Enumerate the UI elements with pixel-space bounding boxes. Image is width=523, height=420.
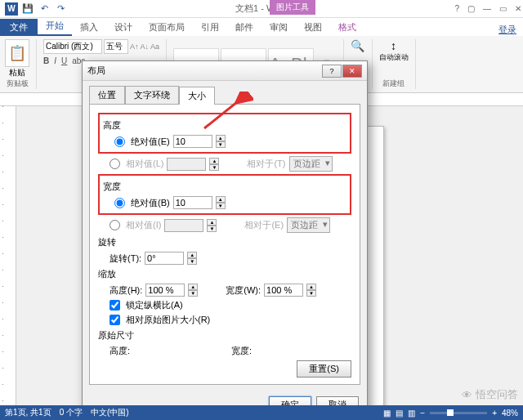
height-rel-input	[167, 158, 206, 171]
redo-icon[interactable]: ↷	[54, 2, 67, 16]
tab-insert[interactable]: 插入	[72, 19, 106, 36]
status-words[interactable]: 0 个字	[60, 407, 83, 418]
minimize-icon[interactable]: —	[483, 4, 491, 13]
maximize-icon[interactable]: ▭	[499, 4, 507, 13]
reset-button[interactable]: 重置(S)	[297, 360, 351, 378]
height-abs-spinner[interactable]: ▲▼	[216, 135, 226, 148]
height-rel-label: 相对值(L)	[126, 158, 163, 170]
status-page[interactable]: 第1页, 共1页	[5, 407, 51, 418]
width-rel-label: 相对值(I)	[126, 219, 161, 231]
contextual-tab-label: 图片工具	[270, 0, 315, 15]
title-bar: W 💾 ↶ ↷ 文档1 - Word 图片工具 ? ▢ — ▭ ✕	[0, 0, 523, 18]
scale-h-spinner[interactable]: ▲▼	[188, 284, 198, 297]
window-controls: ? ▢ — ▭ ✕	[454, 4, 521, 13]
help-icon[interactable]: ?	[454, 4, 459, 13]
newgroup-label: 新建组	[382, 78, 405, 89]
rotate-label: 旋转	[98, 236, 351, 248]
height-group-highlight: 高度 绝对值(E) ▲▼	[98, 113, 351, 154]
scale-h-input[interactable]	[145, 284, 185, 297]
scale-w-label: 宽度(W):	[226, 284, 261, 297]
italic-icon[interactable]: I	[54, 56, 56, 65]
origsize-label: 原始尺寸	[98, 329, 351, 342]
tab-mailings[interactable]: 邮件	[227, 19, 262, 36]
view-web-icon[interactable]: ▥	[408, 409, 415, 418]
close-icon[interactable]: ✕	[515, 4, 521, 13]
dialog-help-icon[interactable]: ?	[322, 65, 342, 78]
undo-icon[interactable]: ↶	[38, 2, 51, 16]
change-case-icon[interactable]: Aa	[150, 42, 159, 51]
width-abs-input[interactable]	[173, 196, 212, 209]
zoom-in-icon[interactable]: +	[492, 409, 497, 418]
height-relto-label: 相对于(T)	[247, 158, 285, 170]
autoscroll-icon[interactable]: ↕	[391, 39, 396, 52]
scale-label: 缩放	[98, 268, 351, 280]
width-rel-radio[interactable]	[110, 220, 120, 230]
tab-format[interactable]: 格式	[330, 19, 364, 36]
clipboard-label: 剪贴板	[7, 78, 29, 89]
view-read-icon[interactable]: ▤	[396, 409, 403, 418]
shrink-font-icon[interactable]: A↓	[141, 42, 150, 51]
watermark: 👁 悟空问答	[462, 387, 518, 402]
relative-orig-checkbox[interactable]	[110, 315, 120, 325]
scale-w-spinner[interactable]: ▲▼	[306, 284, 316, 297]
ribbon-tabs: 文件 开始 插入 设计 页面布局 引用 邮件 审阅 视图 格式 登录	[0, 18, 523, 36]
vertical-ruler[interactable]	[0, 106, 16, 405]
quick-access-toolbar: W 💾 ↶ ↷	[0, 2, 67, 16]
height-abs-label: 绝对值(E)	[131, 136, 170, 148]
width-abs-radio[interactable]	[114, 198, 125, 208]
tab-file[interactable]: 文件	[0, 19, 38, 36]
ribbon-options-icon[interactable]: ▢	[467, 4, 475, 13]
dlg-tab-size[interactable]: 大小	[179, 87, 215, 105]
tab-view[interactable]: 视图	[296, 19, 330, 36]
zoom-level[interactable]: 48%	[502, 409, 518, 418]
dlg-tab-textwrap[interactable]: 文字环绕	[125, 86, 179, 104]
tab-design[interactable]: 设计	[106, 19, 141, 36]
width-rel-spinner: ▲▼	[207, 219, 217, 232]
dialog-title-text: 布局	[87, 65, 105, 77]
underline-icon[interactable]: U	[61, 56, 67, 65]
zoom-slider[interactable]	[430, 412, 487, 414]
width-relto-select: 页边距	[287, 217, 330, 233]
scale-w-input[interactable]	[264, 284, 303, 297]
width-rel-input	[164, 219, 203, 232]
layout-dialog: 布局 ? ✕ 位置 文字环绕 大小 高度 绝对值(E) ▲▼ 相对值(L) ▲▼…	[82, 60, 368, 419]
paste-label: 粘贴	[9, 67, 25, 78]
tab-layout[interactable]: 页面布局	[141, 19, 193, 36]
width-abs-label: 绝对值(B)	[131, 197, 170, 209]
height-abs-radio[interactable]	[114, 136, 125, 147]
status-lang[interactable]: 中文(中国)	[91, 407, 129, 418]
dialog-tabs: 位置 文字环绕 大小	[83, 81, 367, 104]
width-group-highlight: 宽度 绝对值(B) ▲▼	[98, 174, 351, 215]
height-abs-input[interactable]	[173, 135, 212, 148]
dialog-close-icon[interactable]: ✕	[342, 65, 362, 78]
find-icon[interactable]: 🔍	[351, 39, 364, 52]
relative-orig-label: 相对原始图片大小(R)	[126, 314, 210, 326]
width-label: 宽度	[103, 181, 346, 193]
login-link[interactable]: 登录	[498, 24, 516, 36]
tab-references[interactable]: 引用	[193, 19, 227, 36]
zoom-out-icon[interactable]: −	[420, 409, 425, 418]
tab-review[interactable]: 审阅	[262, 19, 296, 36]
view-print-icon[interactable]: ▦	[383, 409, 391, 418]
width-abs-spinner[interactable]: ▲▼	[216, 196, 226, 209]
height-rel-radio[interactable]	[110, 159, 120, 169]
grow-font-icon[interactable]: A↑	[130, 42, 139, 51]
rotate-spinner[interactable]: ▲▼	[187, 252, 197, 265]
height-label: 高度	[103, 119, 346, 132]
paste-button[interactable]: 📋	[5, 39, 29, 67]
font-name-select[interactable]: Calibri (西文)	[43, 39, 102, 54]
save-icon[interactable]: 💾	[21, 2, 34, 16]
bold-icon[interactable]: B	[43, 56, 49, 65]
dialog-titlebar[interactable]: 布局 ? ✕	[83, 61, 367, 81]
tab-home[interactable]: 开始	[38, 17, 72, 36]
height-rel-spinner: ▲▼	[209, 158, 219, 171]
autoscroll-group: ↕ 自动滚动 新建组	[379, 39, 416, 89]
clipboard-group: 📋 粘贴 剪贴板	[5, 39, 37, 89]
watermark-icon: 👁	[462, 389, 472, 401]
rotate-input[interactable]	[145, 252, 184, 265]
origsize-w-label: 宽度:	[231, 345, 252, 357]
lock-aspect-checkbox[interactable]	[110, 300, 120, 311]
dialog-body: 高度 绝对值(E) ▲▼ 相对值(L) ▲▼ 相对于(T) 页边距 宽度 绝对值…	[89, 104, 360, 385]
dlg-tab-position[interactable]: 位置	[89, 86, 125, 104]
font-size-select[interactable]: 五号	[104, 39, 128, 54]
